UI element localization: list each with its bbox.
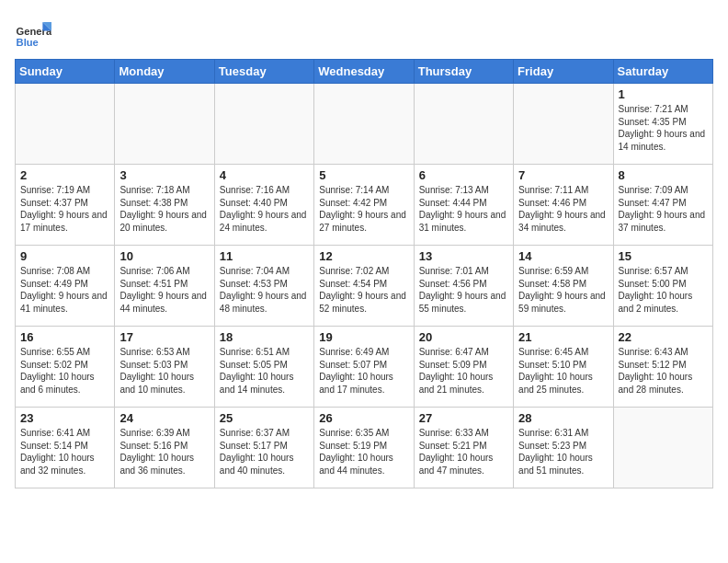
day-info: Sunrise: 7:09 AM Sunset: 4:47 PM Dayligh… [619,184,708,234]
day-number: 20 [419,330,508,344]
day-cell: 23Sunrise: 6:41 AM Sunset: 5:14 PM Dayli… [16,408,115,488]
day-info: Sunrise: 6:33 AM Sunset: 5:21 PM Dayligh… [419,427,508,477]
day-number: 23 [20,411,109,425]
svg-text:Blue: Blue [17,37,39,48]
day-number: 10 [119,249,209,263]
day-cell [115,84,214,165]
day-number: 22 [619,330,708,344]
weekday-header-friday: Friday [514,60,613,84]
logo-icon: General Blue [15,15,51,52]
day-number: 21 [518,330,608,344]
day-cell: 13Sunrise: 7:01 AM Sunset: 4:56 PM Dayli… [414,246,513,327]
day-number: 13 [419,249,508,263]
day-info: Sunrise: 7:04 AM Sunset: 4:53 PM Dayligh… [220,265,309,315]
day-cell [214,84,313,165]
weekday-header-sunday: Sunday [16,60,115,84]
day-cell: 10Sunrise: 7:06 AM Sunset: 4:51 PM Dayli… [115,246,214,327]
day-number: 12 [319,249,408,263]
day-cell: 28Sunrise: 6:31 AM Sunset: 5:23 PM Dayli… [514,408,613,488]
day-number: 4 [220,168,309,182]
weekday-header-monday: Monday [115,60,214,84]
day-number: 27 [419,411,508,425]
day-info: Sunrise: 6:45 AM Sunset: 5:10 PM Dayligh… [518,346,608,396]
day-info: Sunrise: 7:06 AM Sunset: 4:51 PM Dayligh… [119,265,209,315]
day-number: 24 [119,411,209,425]
day-info: Sunrise: 6:49 AM Sunset: 5:07 PM Dayligh… [319,346,408,396]
calendar: SundayMondayTuesdayWednesdayThursdayFrid… [15,59,713,488]
day-number: 7 [518,168,608,182]
day-cell: 18Sunrise: 6:51 AM Sunset: 5:05 PM Dayli… [214,327,313,408]
day-cell: 19Sunrise: 6:49 AM Sunset: 5:07 PM Dayli… [314,327,414,408]
day-info: Sunrise: 7:14 AM Sunset: 4:42 PM Dayligh… [319,184,408,234]
day-cell: 27Sunrise: 6:33 AM Sunset: 5:21 PM Dayli… [414,408,513,488]
week-row-4: 16Sunrise: 6:55 AM Sunset: 5:02 PM Dayli… [16,327,713,408]
day-number: 15 [619,249,708,263]
day-info: Sunrise: 7:01 AM Sunset: 4:56 PM Dayligh… [419,265,508,315]
day-cell: 20Sunrise: 6:47 AM Sunset: 5:09 PM Dayli… [414,327,513,408]
day-info: Sunrise: 6:37 AM Sunset: 5:17 PM Dayligh… [220,427,309,477]
day-info: Sunrise: 6:53 AM Sunset: 5:03 PM Dayligh… [119,346,209,396]
day-info: Sunrise: 6:41 AM Sunset: 5:14 PM Dayligh… [20,427,109,477]
day-cell: 21Sunrise: 6:45 AM Sunset: 5:10 PM Dayli… [514,327,613,408]
day-info: Sunrise: 7:21 AM Sunset: 4:35 PM Dayligh… [619,103,708,153]
day-number: 14 [518,249,608,263]
day-cell [16,84,115,165]
day-info: Sunrise: 7:08 AM Sunset: 4:49 PM Dayligh… [20,265,109,315]
day-cell: 22Sunrise: 6:43 AM Sunset: 5:12 PM Dayli… [613,327,712,408]
logo: General Blue [15,15,51,52]
day-number: 9 [20,249,109,263]
day-info: Sunrise: 6:55 AM Sunset: 5:02 PM Dayligh… [20,346,109,396]
day-info: Sunrise: 6:43 AM Sunset: 5:12 PM Dayligh… [619,346,708,396]
day-number: 1 [619,87,708,101]
day-cell: 5Sunrise: 7:14 AM Sunset: 4:42 PM Daylig… [314,165,414,246]
week-row-5: 23Sunrise: 6:41 AM Sunset: 5:14 PM Dayli… [16,408,713,488]
header: General Blue [15,15,713,52]
day-info: Sunrise: 6:51 AM Sunset: 5:05 PM Dayligh… [220,346,309,396]
day-info: Sunrise: 6:57 AM Sunset: 5:00 PM Dayligh… [619,265,708,315]
day-number: 17 [119,330,209,344]
day-cell: 3Sunrise: 7:18 AM Sunset: 4:38 PM Daylig… [115,165,214,246]
day-info: Sunrise: 7:02 AM Sunset: 4:54 PM Dayligh… [319,265,408,315]
day-number: 26 [319,411,408,425]
weekday-header-row: SundayMondayTuesdayWednesdayThursdayFrid… [16,60,713,84]
day-cell: 24Sunrise: 6:39 AM Sunset: 5:16 PM Dayli… [115,408,214,488]
day-info: Sunrise: 7:19 AM Sunset: 4:37 PM Dayligh… [20,184,109,234]
day-number: 5 [319,168,408,182]
day-info: Sunrise: 7:13 AM Sunset: 4:44 PM Dayligh… [419,184,508,234]
weekday-header-saturday: Saturday [613,60,712,84]
day-cell [414,84,513,165]
weekday-header-thursday: Thursday [414,60,513,84]
day-number: 18 [220,330,309,344]
day-cell: 2Sunrise: 7:19 AM Sunset: 4:37 PM Daylig… [16,165,115,246]
day-cell: 15Sunrise: 6:57 AM Sunset: 5:00 PM Dayli… [613,246,712,327]
day-number: 25 [220,411,309,425]
day-number: 3 [119,168,209,182]
day-cell: 8Sunrise: 7:09 AM Sunset: 4:47 PM Daylig… [613,165,712,246]
day-number: 11 [220,249,309,263]
day-cell [314,84,414,165]
weekday-header-wednesday: Wednesday [314,60,414,84]
day-number: 6 [419,168,508,182]
day-cell: 26Sunrise: 6:35 AM Sunset: 5:19 PM Dayli… [314,408,414,488]
day-number: 19 [319,330,408,344]
day-info: Sunrise: 6:47 AM Sunset: 5:09 PM Dayligh… [419,346,508,396]
day-cell: 11Sunrise: 7:04 AM Sunset: 4:53 PM Dayli… [214,246,313,327]
day-cell: 6Sunrise: 7:13 AM Sunset: 4:44 PM Daylig… [414,165,513,246]
day-number: 16 [20,330,109,344]
day-cell: 9Sunrise: 7:08 AM Sunset: 4:49 PM Daylig… [16,246,115,327]
day-cell: 1Sunrise: 7:21 AM Sunset: 4:35 PM Daylig… [613,84,712,165]
day-cell: 25Sunrise: 6:37 AM Sunset: 5:17 PM Dayli… [214,408,313,488]
day-info: Sunrise: 6:35 AM Sunset: 5:19 PM Dayligh… [319,427,408,477]
day-cell: 7Sunrise: 7:11 AM Sunset: 4:46 PM Daylig… [514,165,613,246]
weekday-header-tuesday: Tuesday [214,60,313,84]
day-info: Sunrise: 7:11 AM Sunset: 4:46 PM Dayligh… [518,184,608,234]
week-row-2: 2Sunrise: 7:19 AM Sunset: 4:37 PM Daylig… [16,165,713,246]
day-cell [514,84,613,165]
day-number: 28 [518,411,608,425]
day-cell: 14Sunrise: 6:59 AM Sunset: 4:58 PM Dayli… [514,246,613,327]
day-number: 2 [20,168,109,182]
day-cell: 16Sunrise: 6:55 AM Sunset: 5:02 PM Dayli… [16,327,115,408]
day-info: Sunrise: 6:31 AM Sunset: 5:23 PM Dayligh… [518,427,608,477]
week-row-1: 1Sunrise: 7:21 AM Sunset: 4:35 PM Daylig… [16,84,713,165]
day-cell: 17Sunrise: 6:53 AM Sunset: 5:03 PM Dayli… [115,327,214,408]
